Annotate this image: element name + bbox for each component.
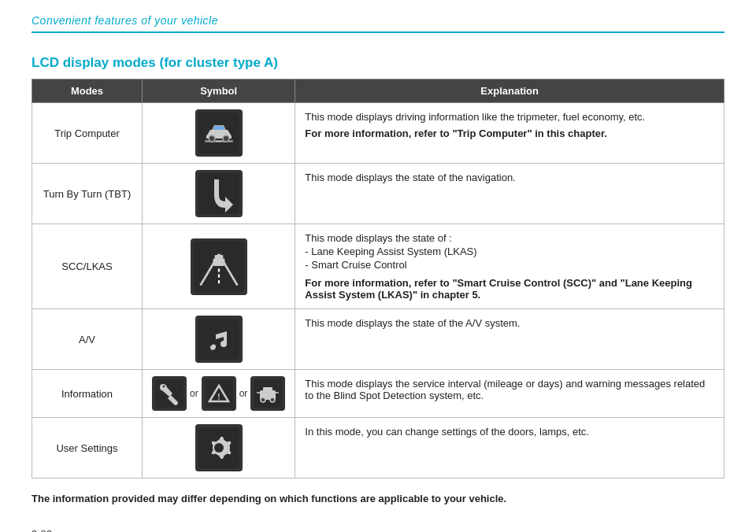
- svg-point-20: [261, 397, 265, 402]
- page-title: Convenient features of your vehicle: [32, 14, 218, 27]
- explanation-cell: In this mode, you can change settings of…: [295, 418, 724, 478]
- table-row: User Settings In this mode, you can chan…: [32, 418, 724, 478]
- trip-computer-icon: [195, 109, 243, 157]
- explanation-cell: This mode displays the state of :- Lane …: [295, 224, 724, 309]
- footer-note: The information provided may differ depe…: [32, 493, 724, 504]
- table-row: Information or: [32, 370, 724, 418]
- mode-name-cell: User Settings: [32, 418, 143, 478]
- page-number: 3-82: [32, 528, 724, 532]
- mode-name-cell: Information: [32, 370, 143, 418]
- table-row: Turn By Turn (TBT) This mode displays th…: [32, 164, 724, 224]
- explanation-cell: This mode displays the state of the A/V …: [295, 309, 724, 370]
- svg-point-21: [270, 397, 275, 402]
- svg-rect-12: [198, 319, 239, 360]
- mode-name-cell: Turn By Turn (TBT): [32, 164, 143, 224]
- symbol-cell: [143, 309, 295, 370]
- symbol-cell: [143, 164, 295, 224]
- svg-point-3: [209, 135, 215, 142]
- page-container: Convenient features of your vehicle LCD …: [0, 0, 756, 532]
- symbol-cell: [143, 224, 295, 309]
- symbol-cell: [143, 103, 295, 164]
- table-row: A/V This mode displays the state of the …: [32, 309, 724, 370]
- turn-by-turn-icon: [195, 170, 243, 217]
- table-header-row: Modes Symbol Explanation: [32, 79, 724, 103]
- modes-table: Modes Symbol Explanation Trip Computer: [32, 79, 724, 478]
- explanation-cell: This mode displays the service interval …: [295, 370, 724, 418]
- svg-rect-2: [216, 141, 222, 142]
- table-row: SCC/LKAS This mode displays the state of…: [32, 224, 724, 309]
- col-explanation: Explanation: [295, 79, 724, 103]
- svg-text:!: !: [217, 393, 220, 401]
- explanation-text: In this mode, you can change settings of…: [305, 426, 714, 438]
- explanation-bold-text: For more information, refer to "Trip Com…: [305, 127, 714, 139]
- explanation-cell: This mode displays driving information l…: [295, 103, 724, 164]
- explanation-cell: This mode displays the state of the navi…: [295, 164, 724, 224]
- svg-point-25: [214, 443, 224, 453]
- svg-point-4: [223, 135, 229, 142]
- mode-name-cell: Trip Computer: [32, 103, 143, 164]
- explanation-text: This mode displays the service interval …: [305, 378, 714, 401]
- col-modes: Modes: [32, 79, 143, 103]
- symbol-cell: or ! or: [143, 370, 295, 418]
- symbol-cell: [143, 418, 295, 478]
- explanation-text: This mode displays driving information l…: [305, 111, 714, 123]
- mode-name-cell: SCC/LKAS: [32, 224, 143, 309]
- section-heading: LCD display modes (for cluster type A): [32, 55, 724, 71]
- explanation-text: This mode displays the state of the navi…: [305, 172, 714, 183]
- av-icon: [195, 316, 243, 363]
- explanation-text: This mode displays the state of the A/V …: [305, 317, 714, 329]
- user-settings-icon: [195, 424, 243, 471]
- mode-name-cell: A/V: [32, 309, 143, 370]
- scc-lkas-icon: [191, 238, 247, 295]
- svg-rect-19: [263, 387, 272, 392]
- svg-rect-11: [214, 255, 223, 260]
- col-symbol: Symbol: [143, 79, 295, 103]
- page-header: Convenient features of your vehicle: [32, 14, 724, 33]
- table-row: Trip Computer This mode displays driv: [32, 103, 724, 164]
